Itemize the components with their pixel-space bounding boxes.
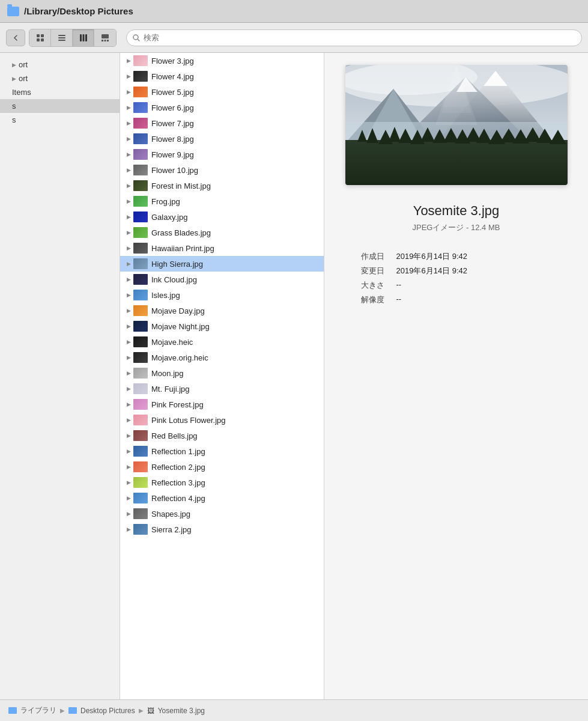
file-name: Red Bells.jpg <box>151 431 198 440</box>
file-arrow-icon: ▶ <box>124 245 133 251</box>
breadcrumb-file-icon: 🖼 <box>147 707 154 715</box>
file-name: Flower 3.jpg <box>151 56 194 65</box>
file-item[interactable]: ▶Forest in Mist.jpg <box>120 178 324 193</box>
file-arrow-icon: ▶ <box>124 167 133 173</box>
breadcrumb-desktop-pictures[interactable]: Desktop Pictures <box>80 707 135 715</box>
file-item[interactable]: ▶Reflection 4.jpg <box>120 490 324 506</box>
modified-value: 2019年6月14日 9:42 <box>396 266 468 276</box>
svg-rect-13 <box>107 40 109 41</box>
svg-rect-12 <box>105 40 106 41</box>
file-thumbnail <box>133 180 148 191</box>
file-name: Grass Blades.jpg <box>151 228 211 237</box>
file-thumbnail <box>133 211 148 222</box>
sidebar-item-items[interactable]: Items <box>0 85 120 99</box>
file-name: Shapes.jpg <box>151 510 190 519</box>
file-item[interactable]: ▶Flower 6.jpg <box>120 100 324 115</box>
sidebar-label: ort <box>19 74 28 83</box>
svg-rect-26 <box>345 140 568 185</box>
file-arrow-icon: ▶ <box>124 105 133 111</box>
file-item[interactable]: ▶Reflection 1.jpg <box>120 443 324 459</box>
file-item[interactable]: ▶Flower 10.jpg <box>120 162 324 178</box>
preview-filename: Yosemite 3.jpg <box>413 203 500 219</box>
breadcrumb-folder-icon <box>8 707 17 714</box>
sidebar-item-1[interactable]: ▶ ort <box>0 71 120 85</box>
file-name: Pink Lotus Flower.jpg <box>151 416 226 425</box>
file-item[interactable]: ▶Galaxy.jpg <box>120 209 324 225</box>
file-item[interactable]: ▶Pink Forest.jpg <box>120 397 324 412</box>
file-item[interactable]: ▶Mojave.heic <box>120 334 324 350</box>
file-thumbnail <box>133 368 148 379</box>
breadcrumb-filename[interactable]: Yosemite 3.jpg <box>158 707 205 715</box>
file-thumbnail <box>133 227 148 238</box>
list-view-button[interactable] <box>51 29 73 46</box>
breadcrumb-library[interactable]: ライブラリ <box>20 705 56 716</box>
search-input[interactable] <box>144 33 575 42</box>
file-item[interactable]: ▶Reflection 2.jpg <box>120 459 324 475</box>
file-arrow-icon: ▶ <box>124 433 133 439</box>
file-item[interactable]: ▶Hawaiian Print.jpg <box>120 240 324 256</box>
file-name: Flower 8.jpg <box>151 135 194 144</box>
file-arrow-icon: ▶ <box>124 151 133 157</box>
file-arrow-icon: ▶ <box>124 183 133 189</box>
breadcrumb-sep-1: ▶ <box>60 707 65 714</box>
sidebar-item-3[interactable]: s <box>0 99 120 113</box>
file-thumbnail <box>133 133 148 144</box>
file-thumbnail <box>133 383 148 394</box>
gallery-view-button[interactable] <box>94 29 116 46</box>
file-item[interactable]: ▶Isles.jpg <box>120 287 324 303</box>
file-item[interactable]: ▶Flower 8.jpg <box>120 131 324 147</box>
size-label: 大きさ <box>348 280 384 291</box>
file-item[interactable]: ▶High Sierra.jpg <box>120 256 324 272</box>
file-thumbnail <box>133 274 148 285</box>
svg-line-15 <box>138 39 139 41</box>
file-item[interactable]: ▶Mt. Fuji.jpg <box>120 381 324 397</box>
sidebar-item-4[interactable]: s <box>0 113 120 127</box>
file-item[interactable]: ▶Shapes.jpg <box>120 506 324 522</box>
file-thumbnail <box>133 55 148 66</box>
file-item[interactable]: ▶Moon.jpg <box>120 365 324 381</box>
folder-icon <box>7 7 19 16</box>
file-name: Reflection 3.jpg <box>151 478 205 487</box>
file-name: Isles.jpg <box>151 291 180 300</box>
file-thumbnail <box>133 149 148 160</box>
back-button[interactable] <box>6 29 25 46</box>
file-thumbnail <box>133 477 148 488</box>
preview-image <box>345 65 568 185</box>
meta-created: 作成日 2019年6月14日 9:42 <box>348 251 565 262</box>
file-name: Mojave Night.jpg <box>151 322 210 331</box>
file-item[interactable]: ▶Sierra 2.jpg <box>120 522 324 537</box>
file-item[interactable]: ▶Mojave.orig.heic <box>120 350 324 365</box>
file-item[interactable]: ▶Flower 5.jpg <box>120 84 324 100</box>
file-item[interactable]: ▶Red Bells.jpg <box>120 428 324 443</box>
file-arrow-icon: ▶ <box>124 308 133 314</box>
file-item[interactable]: ▶Flower 4.jpg <box>120 68 324 84</box>
file-item[interactable]: ▶Grass Blades.jpg <box>120 225 324 240</box>
svg-rect-4 <box>58 35 65 36</box>
search-bar[interactable] <box>126 29 582 46</box>
arrow-icon: ▶ <box>12 76 16 82</box>
file-arrow-icon: ▶ <box>124 339 133 345</box>
created-value: 2019年6月14日 9:42 <box>396 251 468 262</box>
file-item[interactable]: ▶Pink Lotus Flower.jpg <box>120 412 324 428</box>
svg-rect-0 <box>37 34 40 37</box>
icon-view-button[interactable] <box>29 29 51 46</box>
file-name: Reflection 1.jpg <box>151 447 205 456</box>
file-item[interactable]: ▶Reflection 3.jpg <box>120 475 324 490</box>
file-item[interactable]: ▶Flower 3.jpg <box>120 53 324 68</box>
file-thumbnail <box>133 493 148 503</box>
sidebar-item-0[interactable]: ▶ ort <box>0 58 120 71</box>
file-item[interactable]: ▶Frog.jpg <box>120 193 324 209</box>
file-item[interactable]: ▶Flower 9.jpg <box>120 147 324 162</box>
file-arrow-icon: ▶ <box>124 214 133 220</box>
file-name: Moon.jpg <box>151 369 183 378</box>
file-item[interactable]: ▶Ink Cloud.jpg <box>120 272 324 287</box>
file-item[interactable]: ▶Mojave Day.jpg <box>120 303 324 318</box>
file-item[interactable]: ▶Flower 7.jpg <box>120 115 324 131</box>
file-item[interactable]: ▶Mojave Night.jpg <box>120 318 324 334</box>
modified-label: 変更日 <box>348 266 384 276</box>
file-arrow-icon: ▶ <box>124 292 133 298</box>
svg-rect-5 <box>58 37 65 38</box>
column-view-button[interactable] <box>73 29 94 46</box>
resolution-label: 解像度 <box>348 294 384 305</box>
file-arrow-icon: ▶ <box>124 386 133 392</box>
